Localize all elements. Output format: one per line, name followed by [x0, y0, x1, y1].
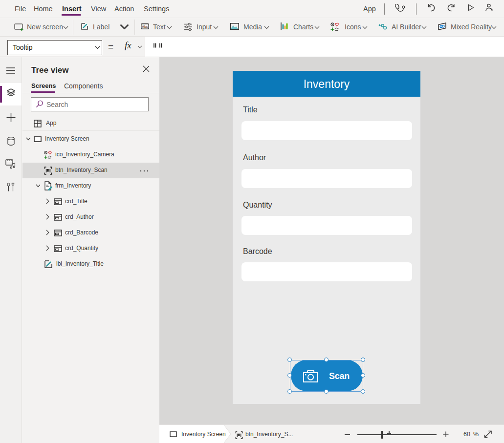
svg-text:Abc: Abc — [142, 25, 148, 28]
